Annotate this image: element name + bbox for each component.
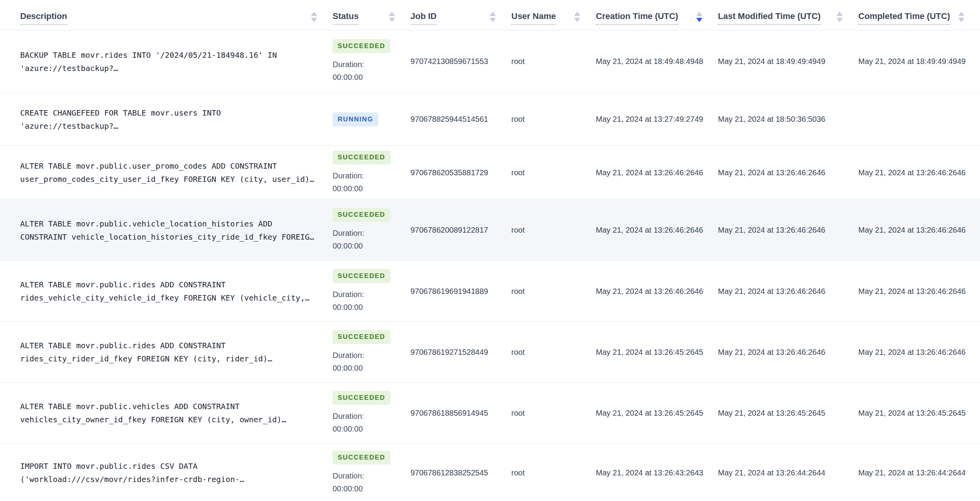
- duration-value: 00:00:00: [333, 423, 398, 435]
- job-status-cell: SUCCEEDED Duration: 00:00:00: [333, 322, 411, 382]
- table-row[interactable]: CREATE CHANGEFEED FOR TABLE movr.users I…: [0, 93, 980, 146]
- duration-label: Duration:: [333, 288, 398, 301]
- sort-up-arrow-icon: [696, 12, 702, 16]
- job-description-link[interactable]: ALTER TABLE movr.public.vehicle_location…: [20, 200, 333, 261]
- status-badge: SUCCEEDED: [333, 451, 390, 465]
- sort-icon[interactable]: [837, 12, 843, 22]
- job-status-cell: SUCCEEDED Duration: 00:00:00: [333, 444, 411, 501]
- user-name: root: [511, 93, 596, 145]
- status-badge: SUCCEEDED: [333, 39, 390, 53]
- sort-down-arrow-icon: [837, 18, 843, 22]
- duration-label: Duration:: [333, 410, 398, 423]
- last-modified-time: May 21, 2024 at 18:50:36:5036: [718, 93, 858, 145]
- status-badge: SUCCEEDED: [333, 208, 390, 222]
- job-id: 970678620089122817: [411, 200, 511, 261]
- table-row[interactable]: ALTER TABLE movr.public.vehicles ADD CON…: [0, 383, 980, 444]
- column-header-creation-time[interactable]: Creation Time (UTC): [596, 11, 718, 30]
- duration-value: 00:00:00: [333, 362, 398, 375]
- column-header-job-id[interactable]: Job ID: [411, 11, 511, 30]
- description-text: vehicles_city_owner_id_fkey FOREIGN KEY …: [20, 413, 316, 426]
- creation-time: May 21, 2024 at 13:27:49:2749: [596, 93, 718, 145]
- sort-down-arrow-icon: [574, 18, 580, 22]
- creation-time: May 21, 2024 at 13:26:43:2643: [596, 444, 718, 501]
- description-text: IMPORT INTO movr.public.rides CSV DATA: [20, 460, 316, 473]
- column-label: Status: [333, 11, 359, 25]
- table-row[interactable]: IMPORT INTO movr.public.rides CSV DATA (…: [0, 444, 980, 501]
- sort-up-arrow-icon: [574, 12, 580, 16]
- status-badge: SUCCEEDED: [333, 269, 390, 283]
- table-row[interactable]: ALTER TABLE movr.public.user_promo_codes…: [0, 146, 980, 200]
- job-id: 970678612838252545: [411, 444, 511, 501]
- creation-time: May 21, 2024 at 13:26:46:2646: [596, 261, 718, 321]
- sort-down-arrow-icon: [490, 18, 496, 22]
- column-label: Last Modified Time (UTC): [718, 11, 821, 25]
- column-label: User Name: [511, 11, 556, 25]
- sort-down-arrow-icon: [958, 18, 964, 22]
- column-header-completed-time[interactable]: Completed Time (UTC): [858, 11, 980, 30]
- job-id: 970678619691941889: [411, 261, 511, 321]
- sort-up-arrow-icon: [837, 12, 843, 16]
- description-text: rides_city_rider_id_fkey FOREIGN KEY (ci…: [20, 352, 316, 365]
- duration-label: Duration:: [333, 58, 398, 71]
- description-text: CONSTRAINT vehicle_location_histories_ci…: [20, 230, 316, 244]
- duration-value: 00:00:00: [333, 482, 398, 495]
- sort-down-arrow-icon: [389, 18, 395, 22]
- job-id: 970678618856914945: [411, 383, 511, 443]
- status-badge: SUCCEEDED: [333, 150, 390, 164]
- sort-up-arrow-icon: [389, 12, 395, 16]
- description-text: 'azure://testbackup?…: [20, 62, 316, 75]
- sort-icon[interactable]: [696, 12, 702, 22]
- job-status-cell: RUNNING: [333, 93, 411, 145]
- sort-icon[interactable]: [311, 12, 317, 22]
- job-description-link[interactable]: IMPORT INTO movr.public.rides CSV DATA (…: [20, 444, 333, 501]
- duration-label: Duration:: [333, 470, 398, 482]
- table-row[interactable]: ALTER TABLE movr.public.rides ADD CONSTR…: [0, 261, 980, 322]
- job-description-link[interactable]: ALTER TABLE movr.public.user_promo_codes…: [20, 146, 333, 199]
- user-name: root: [511, 200, 596, 261]
- table-row[interactable]: BACKUP TABLE movr.rides INTO '/2024/05/2…: [0, 30, 980, 93]
- completed-time: May 21, 2024 at 13:26:46:2646: [858, 200, 980, 261]
- status-badge: RUNNING: [333, 112, 378, 126]
- column-label: Completed Time (UTC): [858, 11, 950, 25]
- job-description-link[interactable]: BACKUP TABLE movr.rides INTO '/2024/05/2…: [20, 30, 333, 93]
- sort-icon[interactable]: [490, 12, 496, 22]
- sort-icon[interactable]: [389, 12, 395, 22]
- job-description-link[interactable]: ALTER TABLE movr.public.rides ADD CONSTR…: [20, 261, 333, 321]
- last-modified-time: May 21, 2024 at 18:49:49:4949: [718, 30, 858, 93]
- user-name: root: [511, 261, 596, 321]
- job-description-link[interactable]: ALTER TABLE movr.public.vehicles ADD CON…: [20, 383, 333, 443]
- job-status-cell: SUCCEEDED Duration: 00:00:00: [333, 30, 411, 93]
- job-description-link[interactable]: ALTER TABLE movr.public.rides ADD CONSTR…: [20, 322, 333, 382]
- description-text: ALTER TABLE movr.public.rides ADD CONSTR…: [20, 339, 316, 352]
- column-header-last-modified-time[interactable]: Last Modified Time (UTC): [718, 11, 858, 30]
- last-modified-time: May 21, 2024 at 13:26:45:2645: [718, 383, 858, 443]
- description-text: ALTER TABLE movr.public.vehicles ADD CON…: [20, 400, 316, 413]
- table-header-row: Description Status Job ID User Name Crea…: [0, 0, 980, 30]
- user-name: root: [511, 444, 596, 501]
- creation-time: May 21, 2024 at 18:49:48:4948: [596, 30, 718, 93]
- job-description-link[interactable]: CREATE CHANGEFEED FOR TABLE movr.users I…: [20, 93, 333, 145]
- creation-time: May 21, 2024 at 13:26:46:2646: [596, 146, 718, 199]
- job-status-cell: SUCCEEDED Duration: 00:00:00: [333, 261, 411, 321]
- description-text: rides_vehicle_city_vehicle_id_fkey FOREI…: [20, 291, 316, 304]
- column-label: Creation Time (UTC): [596, 11, 678, 25]
- job-id: 970678619271528449: [411, 322, 511, 382]
- sort-icon[interactable]: [574, 12, 580, 22]
- description-text: 'azure://testbackup?…: [20, 119, 316, 133]
- column-header-status[interactable]: Status: [333, 11, 411, 30]
- last-modified-time: May 21, 2024 at 13:26:46:2646: [718, 146, 858, 199]
- completed-time: May 21, 2024 at 13:26:46:2646: [858, 261, 980, 321]
- column-header-user-name[interactable]: User Name: [511, 11, 596, 30]
- job-id: 970742130859671553: [411, 30, 511, 93]
- table-row[interactable]: ALTER TABLE movr.public.vehicle_location…: [0, 200, 980, 261]
- sort-up-arrow-icon: [490, 12, 496, 16]
- description-text: user_promo_codes_city_user_id_fkey FOREI…: [20, 173, 316, 186]
- table-row[interactable]: ALTER TABLE movr.public.rides ADD CONSTR…: [0, 322, 980, 383]
- duration-value: 00:00:00: [333, 240, 398, 252]
- column-header-description[interactable]: Description: [20, 11, 333, 30]
- user-name: root: [511, 146, 596, 199]
- last-modified-time: May 21, 2024 at 13:26:46:2646: [718, 200, 858, 261]
- sort-icon[interactable]: [958, 12, 964, 22]
- user-name: root: [511, 383, 596, 443]
- creation-time: May 21, 2024 at 13:26:45:2645: [596, 322, 718, 382]
